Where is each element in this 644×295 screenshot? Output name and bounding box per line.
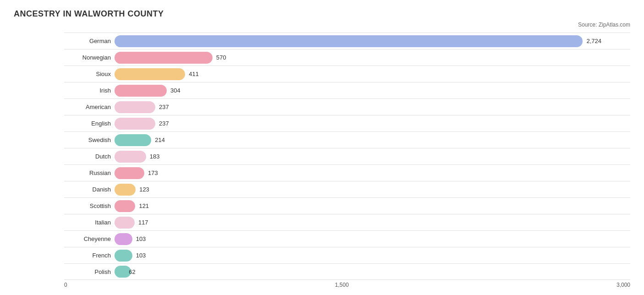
bar-label: English [64, 120, 115, 127]
bar-value: 214 [155, 137, 165, 143]
bar-wrap [115, 101, 155, 113]
bar-row: Sioux 411 [64, 66, 630, 82]
bar-label: Norwegian [64, 54, 115, 61]
x-axis: 01,5003,000 [14, 282, 630, 288]
bar-inner [123, 101, 147, 113]
bar-value: 237 [159, 104, 169, 110]
bar-inner [123, 52, 204, 64]
bar-pill-right [136, 167, 144, 179]
bar-pill-left [115, 52, 123, 64]
bar-container: 237 [115, 101, 630, 113]
bar-row: Polish 62 [64, 263, 630, 280]
bar-row: French 103 [64, 247, 630, 263]
bar-row: Cheyenne 103 [64, 230, 630, 247]
x-axis-labels: 01,5003,000 [64, 282, 630, 288]
bar-pill-right [124, 250, 132, 262]
source-label: Source: ZipAtlas.com [14, 22, 630, 28]
bar-container: 103 [115, 233, 630, 245]
bar-value: 103 [136, 235, 146, 242]
bar-pill-right [147, 118, 155, 130]
bar-wrap [115, 167, 144, 179]
bar-label: French [64, 252, 115, 259]
bar-inner [123, 217, 126, 229]
bar-wrap [115, 68, 185, 80]
bar-label: German [64, 38, 115, 44]
bar-pill-left [115, 217, 123, 229]
bar-pill-left [115, 266, 123, 278]
bar-inner [123, 151, 138, 163]
chart-title: ANCESTRY IN WALWORTH COUNTY [14, 9, 630, 19]
bar-pill-left [115, 167, 123, 179]
bar-label: Irish [64, 87, 115, 94]
bar-pill-left [115, 85, 123, 97]
bar-container: 2,724 [115, 35, 630, 47]
bar-container: 237 [115, 118, 630, 130]
bar-label: American [64, 104, 115, 110]
bar-label: Dutch [64, 153, 115, 160]
bar-value: 2,724 [586, 38, 601, 44]
bar-wrap [115, 52, 213, 64]
x-axis-label: 3,000 [617, 282, 630, 288]
bar-pill-left [115, 101, 123, 113]
bar-pill-left [115, 35, 123, 47]
bar-pill-left [115, 68, 123, 80]
bar-container: 570 [115, 52, 630, 64]
bar-inner [123, 184, 127, 196]
bar-inner [123, 35, 574, 47]
bar-inner [123, 167, 136, 179]
bar-value: 183 [150, 153, 160, 160]
bar-container: 103 [115, 250, 630, 262]
bar-pill-left [115, 200, 123, 212]
bar-pill-right [127, 184, 136, 196]
bar-value: 173 [148, 169, 158, 176]
bar-pill-right [126, 217, 135, 229]
bar-pill-right [158, 85, 167, 97]
bar-pill-left [115, 250, 123, 262]
bar-pill-right [143, 134, 151, 146]
x-axis-label: 0 [64, 282, 67, 288]
bar-row: Irish 304 [64, 82, 630, 98]
bar-row: American 237 [64, 98, 630, 115]
bar-value: 121 [139, 202, 149, 209]
bar-row: Russian 173 [64, 164, 630, 181]
bar-label: Russian [64, 169, 115, 176]
bar-pill-left [115, 233, 123, 245]
bar-pill-right [124, 233, 132, 245]
bar-container: 121 [115, 200, 630, 212]
bar-row: Scottish 121 [64, 197, 630, 214]
bar-value: 304 [170, 87, 180, 94]
bar-row: Danish 123 [64, 181, 630, 197]
bar-value: 103 [136, 252, 146, 259]
bar-container: 411 [115, 68, 630, 80]
bar-label: Scottish [64, 202, 115, 209]
bar-wrap [115, 200, 135, 212]
bar-inner [123, 118, 147, 130]
bar-pill-right [204, 52, 213, 64]
bar-value: 237 [159, 120, 169, 127]
bar-pill-left [115, 118, 123, 130]
bar-wrap [115, 217, 135, 229]
bar-row: Italian 117 [64, 214, 630, 230]
bar-inner [123, 85, 158, 97]
bar-inner [123, 200, 127, 212]
bar-container: 304 [115, 85, 630, 97]
bar-pill-left [115, 134, 123, 146]
bar-wrap [115, 134, 151, 146]
bar-value: 411 [189, 71, 199, 77]
bar-wrap [115, 151, 146, 163]
bar-label: Polish [64, 268, 115, 275]
bar-wrap [115, 250, 132, 262]
bar-wrap [115, 233, 132, 245]
bar-label: Italian [64, 219, 115, 226]
bar-inner [123, 134, 143, 146]
bar-container: 62 [115, 266, 630, 278]
bar-label: Sioux [64, 71, 115, 77]
bar-label: Swedish [64, 137, 115, 143]
bar-row: Norwegian 570 [64, 49, 630, 66]
bar-container: 214 [115, 134, 630, 146]
bar-pill-right [138, 151, 146, 163]
bar-label: Cheyenne [64, 235, 115, 242]
bar-value: 123 [139, 186, 149, 193]
bar-pill-left [115, 151, 123, 163]
bar-pill-left [115, 184, 123, 196]
